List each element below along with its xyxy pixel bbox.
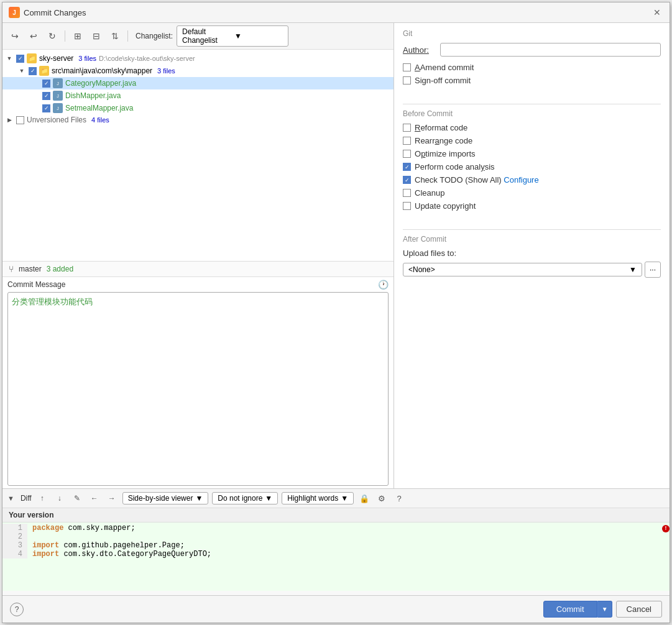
upload-dropdown[interactable]: <None> ▼ [403, 263, 642, 276]
viewer-chevron-icon: ▼ [195, 494, 203, 503]
upload-value: <None> [408, 265, 435, 274]
viewer-dropdown[interactable]: Side-by-side viewer ▼ [122, 492, 209, 504]
action-buttons: Commit ▼ Cancel [543, 601, 662, 618]
check-todo-row: ✓ Check TODO (Show All) Configure [403, 175, 661, 185]
upload-more-button[interactable]: ··· [645, 262, 661, 278]
highlight-dropdown-label: Highlight words [287, 494, 338, 503]
ignore-dropdown-label: Do not ignore [218, 494, 262, 503]
check-todo-label: Check TODO (Show All) Configure [415, 175, 539, 185]
changelist-chevron-icon: ▼ [234, 32, 283, 40]
code-line-4: 4 import com.sky.dto.CategoryPageQueryDT… [2, 550, 670, 559]
move-to-changelist-button[interactable]: ↪ [7, 29, 22, 43]
before-commit-section: Before Commit Reformat code Rearrange co… [403, 109, 661, 214]
upload-label: Upload files to: [403, 249, 661, 258]
diff-edit-button[interactable]: ✎ [70, 491, 84, 505]
collapse-all-button[interactable]: ⊟ [89, 29, 104, 43]
git-section: Git Author: AAmend commit Sign-off commi… [403, 29, 661, 89]
check-todo-checkbox[interactable]: ✓ [403, 176, 411, 184]
perform-code-analysis-label: Perform code analysis [415, 162, 495, 171]
line-code-2 [27, 532, 670, 541]
folder-icon-src: 📁 [39, 66, 49, 76]
history-icon[interactable]: 🕐 [378, 280, 389, 290]
help-button[interactable]: ? [10, 603, 24, 616]
tree-item-unversioned[interactable]: ▶ Unversioned Files 4 files [2, 114, 394, 125]
checkbox-category-mapper[interactable]: ✓ [42, 80, 50, 88]
reformat-code-row: Reformat code [403, 123, 661, 132]
action-bar: ? Commit ▼ Cancel [2, 595, 670, 623]
diff-expand-icon[interactable]: ▼ [7, 495, 14, 502]
commit-message-label: Commit Message [7, 280, 65, 289]
checkbox-dish-mapper[interactable]: ✓ [42, 92, 50, 100]
expand-all-button[interactable]: ⊞ [70, 29, 85, 43]
optimize-imports-row: Optimize imports [403, 149, 661, 158]
code-line-1: 1 package com.sky.mapper; ! [2, 524, 670, 532]
cleanup-checkbox[interactable] [403, 189, 411, 197]
lock-button[interactable]: 🔒 [357, 491, 371, 505]
author-label: Author: [403, 45, 435, 55]
diff-panel: ▼ Diff ↑ ↓ ✎ ← → Side-by-side viewer ▼ D… [2, 488, 670, 595]
optimize-imports-checkbox[interactable] [403, 150, 411, 158]
reformat-code-checkbox[interactable] [403, 124, 411, 132]
commit-button[interactable]: Commit [543, 601, 597, 618]
added-badge: 3 added [47, 265, 73, 273]
tree-item-src[interactable]: ▼ ✓ 📁 src\main\java\com\sky\mapper 3 fil… [2, 65, 394, 77]
after-commit-section: After Commit Upload files to: <None> ▼ ·… [403, 235, 661, 278]
cancel-button[interactable]: Cancel [616, 601, 662, 618]
configure-link[interactable]: Configure [504, 175, 538, 185]
checkbox-sky-server[interactable]: ✓ [16, 55, 24, 63]
divider-2 [403, 229, 661, 230]
changelist-label: Changelist: [136, 32, 173, 40]
right-panel: Git Author: AAmend commit Sign-off commi… [394, 23, 670, 488]
rearrange-code-label: Rearrange code [415, 136, 472, 145]
tree-item-category-mapper[interactable]: ✓ J CategoryMapper.java [2, 77, 394, 89]
checkbox-unversioned[interactable] [16, 116, 24, 124]
checkbox-setmeal-mapper[interactable]: ✓ [42, 104, 50, 112]
tree-item-dish-mapper[interactable]: ✓ J DishMapper.java [2, 89, 394, 102]
diff-next-file-button[interactable]: → [105, 491, 119, 505]
rearrange-code-checkbox[interactable] [403, 137, 411, 145]
line-code-3: import com.github.pagehelper.Page; [27, 541, 670, 550]
perform-code-analysis-checkbox[interactable]: ✓ [403, 163, 411, 171]
code-line-2: 2 [2, 532, 670, 541]
sky-server-label: sky-server [39, 54, 73, 63]
viewer-dropdown-label: Side-by-side viewer [128, 494, 193, 503]
tree-item-setmeal-mapper[interactable]: ✓ J SetmealMapper.java [2, 102, 394, 114]
git-section-title: Git [403, 29, 661, 38]
perform-code-analysis-row: ✓ Perform code analysis [403, 162, 661, 171]
close-button[interactable]: ✕ [651, 6, 663, 19]
refresh-button[interactable]: ↻ [45, 29, 60, 43]
commit-dropdown-button[interactable]: ▼ [597, 601, 612, 618]
commit-button-group: Commit ▼ [543, 601, 612, 618]
ignore-dropdown[interactable]: Do not ignore ▼ [212, 492, 278, 504]
title-bar-left: J Commit Changes [9, 7, 86, 18]
unversioned-label: Unversioned Files [27, 116, 86, 124]
branch-icon: ⑂ [9, 264, 14, 274]
expand-icon-src: ▼ [17, 66, 26, 75]
line-num-3: 3 [2, 541, 27, 550]
commit-message-textarea[interactable]: 分类管理模块功能代码 [7, 292, 389, 486]
tree-item-sky-server[interactable]: ▼ ✓ 📁 sky-server 3 files D:\code\sky-tak… [2, 52, 394, 65]
line-num-1: 1 [2, 524, 27, 532]
amend-commit-label: AAmend commit [415, 63, 474, 72]
help-diff-button[interactable]: ? [392, 491, 406, 505]
diff-next-change-button[interactable]: ↓ [53, 491, 67, 505]
highlight-dropdown[interactable]: Highlight words ▼ [282, 492, 354, 504]
upload-chevron-icon: ▼ [629, 265, 637, 274]
code-area: 1 package com.sky.mapper; ! 2 3 import c… [2, 522, 670, 591]
update-copyright-checkbox[interactable] [403, 202, 411, 210]
update-copyright-label: Update copyright [415, 201, 476, 211]
cleanup-row: Cleanup [403, 188, 661, 198]
author-input[interactable] [440, 43, 661, 57]
diff-prev-file-button[interactable]: ← [88, 491, 101, 505]
sky-server-path: D:\code\sky-take-out\sky-server [99, 55, 195, 62]
amend-commit-checkbox[interactable] [403, 63, 411, 71]
changelist-dropdown[interactable]: Default Changelist ▼ [177, 25, 288, 47]
sign-off-commit-checkbox[interactable] [403, 76, 411, 84]
checkbox-src[interactable]: ✓ [29, 67, 37, 75]
highlight-chevron-icon: ▼ [341, 494, 348, 503]
settings-button[interactable]: ⚙ [375, 491, 389, 505]
branch-label: master [19, 265, 42, 273]
diff-prev-change-button[interactable]: ↑ [35, 491, 49, 505]
sort-button[interactable]: ⇅ [108, 29, 122, 43]
undo-button[interactable]: ↩ [26, 29, 41, 43]
